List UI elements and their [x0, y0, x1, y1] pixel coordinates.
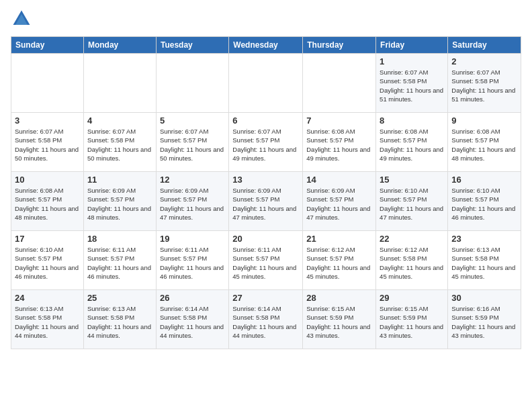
calendar-cell — [303, 54, 376, 113]
calendar-cell — [11, 54, 84, 113]
day-number: 7 — [306, 116, 372, 126]
day-number: 10 — [15, 175, 80, 185]
calendar-cell: 5Sunrise: 6:07 AM Sunset: 5:57 PM Daylig… — [156, 113, 228, 172]
day-header-sunday: Sunday — [11, 37, 84, 54]
week-row-2: 3Sunrise: 6:07 AM Sunset: 5:58 PM Daylig… — [11, 113, 521, 172]
day-number: 25 — [87, 293, 152, 303]
day-info: Sunrise: 6:13 AM Sunset: 5:58 PM Dayligh… — [15, 304, 80, 340]
page-container: SundayMondayTuesdayWednesdayThursdayFrid… — [0, 0, 532, 355]
day-info: Sunrise: 6:08 AM Sunset: 5:57 PM Dayligh… — [306, 127, 372, 163]
day-info: Sunrise: 6:08 AM Sunset: 5:57 PM Dayligh… — [15, 186, 80, 222]
calendar-cell: 6Sunrise: 6:07 AM Sunset: 5:57 PM Daylig… — [229, 113, 303, 172]
calendar-header-row: SundayMondayTuesdayWednesdayThursdayFrid… — [11, 37, 521, 54]
day-number: 4 — [87, 116, 152, 126]
day-info: Sunrise: 6:13 AM Sunset: 5:58 PM Dayligh… — [87, 304, 152, 340]
calendar-cell: 17Sunrise: 6:10 AM Sunset: 5:57 PM Dayli… — [11, 231, 84, 290]
calendar-cell: 26Sunrise: 6:14 AM Sunset: 5:58 PM Dayli… — [156, 290, 228, 349]
day-number: 12 — [160, 175, 225, 185]
calendar-cell: 2Sunrise: 6:07 AM Sunset: 5:58 PM Daylig… — [448, 54, 521, 113]
calendar-cell: 12Sunrise: 6:09 AM Sunset: 5:57 PM Dayli… — [156, 172, 228, 231]
day-number: 19 — [160, 234, 225, 244]
day-info: Sunrise: 6:09 AM Sunset: 5:57 PM Dayligh… — [306, 186, 372, 222]
calendar-cell: 27Sunrise: 6:14 AM Sunset: 5:58 PM Dayli… — [229, 290, 303, 349]
day-number: 20 — [232, 234, 299, 244]
day-info: Sunrise: 6:09 AM Sunset: 5:57 PM Dayligh… — [232, 186, 299, 222]
day-number: 24 — [15, 293, 80, 303]
day-number: 21 — [306, 234, 372, 244]
day-number: 1 — [380, 56, 444, 66]
week-row-1: 1Sunrise: 6:07 AM Sunset: 5:58 PM Daylig… — [11, 54, 521, 113]
calendar-cell: 23Sunrise: 6:13 AM Sunset: 5:58 PM Dayli… — [448, 231, 521, 290]
day-number: 15 — [380, 175, 444, 185]
day-info: Sunrise: 6:11 AM Sunset: 5:57 PM Dayligh… — [160, 245, 225, 281]
day-info: Sunrise: 6:07 AM Sunset: 5:58 PM Dayligh… — [15, 127, 80, 163]
day-number: 3 — [15, 116, 80, 126]
day-info: Sunrise: 6:16 AM Sunset: 5:59 PM Dayligh… — [451, 304, 517, 340]
calendar-cell: 7Sunrise: 6:08 AM Sunset: 5:57 PM Daylig… — [303, 113, 376, 172]
day-number: 17 — [15, 234, 80, 244]
day-header-friday: Friday — [376, 37, 448, 54]
day-info: Sunrise: 6:07 AM Sunset: 5:57 PM Dayligh… — [232, 127, 299, 163]
day-header-saturday: Saturday — [448, 37, 521, 54]
day-info: Sunrise: 6:07 AM Sunset: 5:58 PM Dayligh… — [380, 68, 444, 103]
day-info: Sunrise: 6:07 AM Sunset: 5:58 PM Dayligh… — [451, 68, 517, 103]
calendar-cell: 19Sunrise: 6:11 AM Sunset: 5:57 PM Dayli… — [156, 231, 228, 290]
day-info: Sunrise: 6:11 AM Sunset: 5:57 PM Dayligh… — [87, 245, 152, 281]
logo — [11, 8, 35, 30]
day-info: Sunrise: 6:07 AM Sunset: 5:57 PM Dayligh… — [160, 127, 225, 163]
day-info: Sunrise: 6:14 AM Sunset: 5:58 PM Dayligh… — [160, 304, 225, 340]
week-row-3: 10Sunrise: 6:08 AM Sunset: 5:57 PM Dayli… — [11, 172, 521, 231]
calendar-cell — [83, 54, 156, 113]
day-info: Sunrise: 6:08 AM Sunset: 5:57 PM Dayligh… — [451, 127, 517, 163]
calendar-cell: 25Sunrise: 6:13 AM Sunset: 5:58 PM Dayli… — [83, 290, 156, 349]
day-info: Sunrise: 6:15 AM Sunset: 5:59 PM Dayligh… — [306, 304, 372, 340]
calendar-cell: 20Sunrise: 6:11 AM Sunset: 5:57 PM Dayli… — [229, 231, 303, 290]
calendar-cell: 11Sunrise: 6:09 AM Sunset: 5:57 PM Dayli… — [83, 172, 156, 231]
day-info: Sunrise: 6:10 AM Sunset: 5:57 PM Dayligh… — [451, 186, 517, 222]
header — [11, 8, 521, 30]
calendar-cell: 21Sunrise: 6:12 AM Sunset: 5:57 PM Dayli… — [303, 231, 376, 290]
day-header-thursday: Thursday — [303, 37, 376, 54]
day-info: Sunrise: 6:15 AM Sunset: 5:59 PM Dayligh… — [380, 304, 444, 340]
week-row-4: 17Sunrise: 6:10 AM Sunset: 5:57 PM Dayli… — [11, 231, 521, 290]
calendar-cell: 3Sunrise: 6:07 AM Sunset: 5:58 PM Daylig… — [11, 113, 84, 172]
calendar-cell: 18Sunrise: 6:11 AM Sunset: 5:57 PM Dayli… — [83, 231, 156, 290]
calendar-cell: 29Sunrise: 6:15 AM Sunset: 5:59 PM Dayli… — [376, 290, 448, 349]
day-info: Sunrise: 6:14 AM Sunset: 5:58 PM Dayligh… — [232, 304, 299, 340]
day-header-tuesday: Tuesday — [156, 37, 228, 54]
day-info: Sunrise: 6:12 AM Sunset: 5:58 PM Dayligh… — [380, 245, 444, 281]
day-number: 13 — [232, 175, 299, 185]
calendar-cell — [156, 54, 228, 113]
calendar: SundayMondayTuesdayWednesdayThursdayFrid… — [11, 36, 521, 349]
calendar-cell: 16Sunrise: 6:10 AM Sunset: 5:57 PM Dayli… — [448, 172, 521, 231]
day-info: Sunrise: 6:10 AM Sunset: 5:57 PM Dayligh… — [380, 186, 444, 222]
day-number: 27 — [232, 293, 299, 303]
calendar-cell — [229, 54, 303, 113]
day-number: 28 — [306, 293, 372, 303]
day-number: 29 — [380, 293, 444, 303]
calendar-cell: 1Sunrise: 6:07 AM Sunset: 5:58 PM Daylig… — [376, 54, 448, 113]
day-number: 18 — [87, 234, 152, 244]
day-number: 23 — [451, 234, 517, 244]
calendar-cell: 28Sunrise: 6:15 AM Sunset: 5:59 PM Dayli… — [303, 290, 376, 349]
day-number: 30 — [451, 293, 517, 303]
day-info: Sunrise: 6:10 AM Sunset: 5:57 PM Dayligh… — [15, 245, 80, 281]
day-info: Sunrise: 6:11 AM Sunset: 5:57 PM Dayligh… — [232, 245, 299, 281]
calendar-cell: 8Sunrise: 6:08 AM Sunset: 5:57 PM Daylig… — [376, 113, 448, 172]
day-number: 2 — [451, 56, 517, 66]
week-row-5: 24Sunrise: 6:13 AM Sunset: 5:58 PM Dayli… — [11, 290, 521, 349]
day-number: 9 — [451, 116, 517, 126]
day-number: 26 — [160, 293, 225, 303]
day-header-monday: Monday — [83, 37, 156, 54]
day-number: 14 — [306, 175, 372, 185]
calendar-cell: 24Sunrise: 6:13 AM Sunset: 5:58 PM Dayli… — [11, 290, 84, 349]
calendar-cell: 13Sunrise: 6:09 AM Sunset: 5:57 PM Dayli… — [229, 172, 303, 231]
calendar-cell: 15Sunrise: 6:10 AM Sunset: 5:57 PM Dayli… — [376, 172, 448, 231]
day-number: 8 — [380, 116, 444, 126]
day-info: Sunrise: 6:13 AM Sunset: 5:58 PM Dayligh… — [451, 245, 517, 281]
day-info: Sunrise: 6:09 AM Sunset: 5:57 PM Dayligh… — [160, 186, 225, 222]
day-info: Sunrise: 6:12 AM Sunset: 5:57 PM Dayligh… — [306, 245, 372, 281]
logo-icon — [11, 8, 32, 30]
calendar-cell: 4Sunrise: 6:07 AM Sunset: 5:58 PM Daylig… — [83, 113, 156, 172]
calendar-cell: 22Sunrise: 6:12 AM Sunset: 5:58 PM Dayli… — [376, 231, 448, 290]
